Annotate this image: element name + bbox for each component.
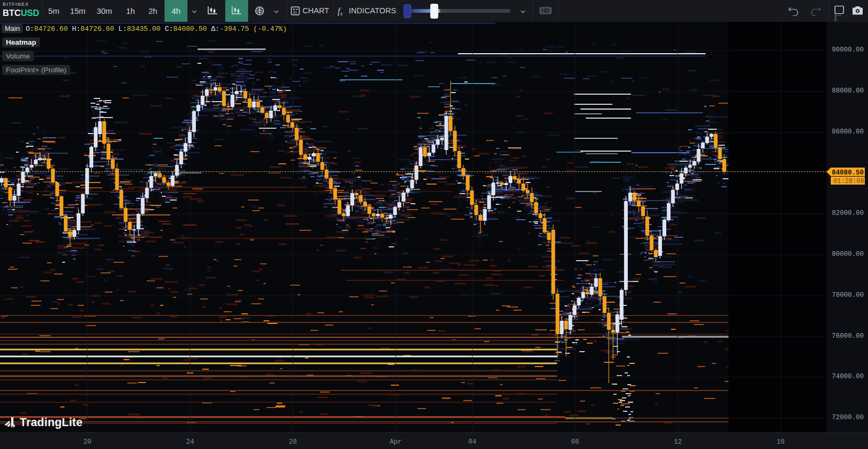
svg-text:84080.50: 84080.50: [832, 169, 864, 177]
svg-text:01:28:08: 01:28:08: [833, 178, 864, 185]
svg-text:31: 31: [293, 11, 297, 14]
